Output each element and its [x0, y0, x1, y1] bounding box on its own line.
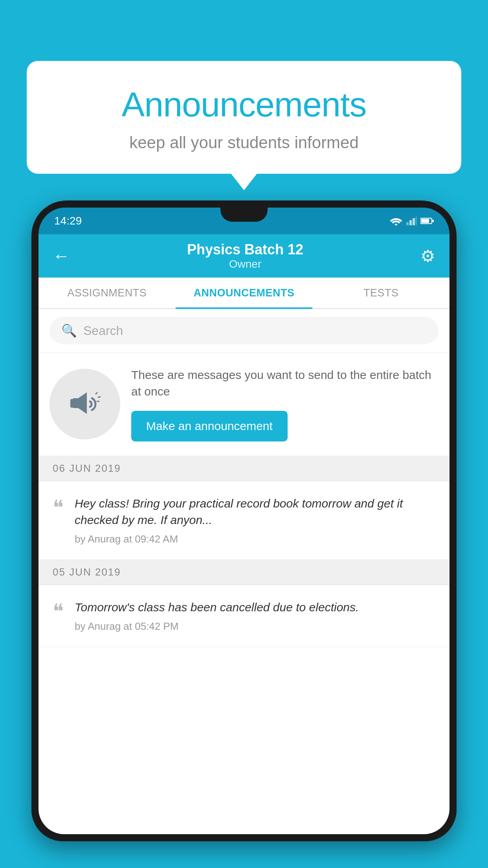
- megaphone-icon: [67, 386, 103, 422]
- bubble-title: Announcements: [54, 85, 434, 125]
- search-icon: 🔍: [61, 323, 77, 338]
- announcement-meta-1: by Anurag at 09:42 AM: [75, 533, 435, 545]
- speech-bubble-section: Announcements keep all your students inf…: [27, 61, 461, 174]
- announcement-item-2[interactable]: ❝ Tomorrow's class has been cancelled du…: [39, 585, 449, 647]
- status-icons: [390, 217, 434, 225]
- battery-icon: [420, 217, 434, 224]
- svg-point-0: [395, 224, 397, 225]
- svg-line-10: [95, 392, 97, 394]
- announcement-meta-2: by Anurag at 05:42 PM: [75, 620, 435, 633]
- tab-tests[interactable]: TESTS: [312, 278, 449, 308]
- announcement-text-2: Tomorrow's class has been cancelled due …: [75, 599, 435, 633]
- svg-rect-1: [406, 222, 409, 225]
- tabs-bar: ASSIGNMENTS ANNOUNCEMENTS TESTS: [39, 278, 449, 309]
- megaphone-icon-circle: [50, 369, 120, 440]
- promo-description: These are messages you want to send to t…: [131, 367, 438, 400]
- svg-rect-9: [70, 399, 77, 408]
- app-header: ← Physics Batch 12 Owner ⚙: [39, 234, 449, 278]
- svg-rect-7: [432, 220, 434, 222]
- signal-icon: [406, 217, 416, 225]
- date-separator-2: 05 JUN 2019: [39, 560, 449, 585]
- back-button[interactable]: ←: [53, 246, 70, 266]
- announcement-message-2: Tomorrow's class has been cancelled due …: [75, 599, 435, 616]
- svg-rect-3: [413, 218, 415, 225]
- status-time: 14:29: [54, 215, 82, 227]
- bubble-subtitle: keep all your students informed: [54, 133, 434, 152]
- svg-rect-6: [421, 219, 429, 223]
- announcement-message-1: Hey class! Bring your practical record b…: [75, 495, 435, 528]
- tab-assignments[interactable]: ASSIGNMENTS: [39, 278, 176, 308]
- phone-frame: 14:29: [31, 200, 457, 868]
- make-announcement-button[interactable]: Make an announcement: [131, 411, 288, 441]
- promo-content: These are messages you want to send to t…: [131, 367, 438, 441]
- announcement-item-1[interactable]: ❝ Hey class! Bring your practical record…: [39, 481, 449, 560]
- phone-screen: ← Physics Batch 12 Owner ⚙ ASSIGNMENTS A…: [39, 234, 449, 834]
- search-bar[interactable]: 🔍 Search: [50, 317, 438, 344]
- phone-notch: [220, 208, 268, 222]
- wifi-icon: [390, 217, 402, 225]
- batch-role: Owner: [187, 258, 303, 270]
- batch-title: Physics Batch 12: [187, 241, 303, 258]
- search-placeholder: Search: [83, 324, 123, 338]
- phone-outer: 14:29: [31, 200, 457, 841]
- quote-icon-2: ❝: [53, 601, 64, 622]
- search-container: 🔍 Search: [39, 309, 449, 353]
- status-bar: 14:29: [39, 208, 449, 234]
- speech-bubble: Announcements keep all your students inf…: [27, 61, 461, 174]
- header-center: Physics Batch 12 Owner: [187, 241, 303, 270]
- svg-rect-2: [409, 220, 412, 225]
- announcement-text-1: Hey class! Bring your practical record b…: [75, 495, 435, 545]
- date-separator-1: 06 JUN 2019: [39, 456, 449, 481]
- tab-announcements[interactable]: ANNOUNCEMENTS: [176, 278, 313, 308]
- quote-icon-1: ❝: [53, 498, 64, 518]
- svg-rect-4: [416, 217, 416, 225]
- announcement-promo: These are messages you want to send to t…: [39, 353, 449, 456]
- settings-gear-icon[interactable]: ⚙: [420, 246, 435, 266]
- svg-line-11: [98, 397, 101, 397]
